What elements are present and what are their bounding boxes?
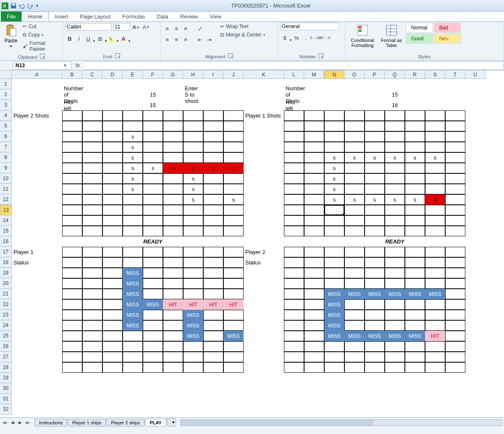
align-bottom-button[interactable]: ≡	[181, 24, 190, 33]
cell-S27[interactable]	[425, 352, 445, 362]
cell-A4[interactable]: Player 2 Shots	[12, 110, 62, 121]
cell-I11[interactable]	[203, 184, 223, 194]
conditional-formatting-button[interactable]: Conditional Formatting	[348, 23, 377, 49]
cell-H25[interactable]: MISS	[183, 331, 203, 341]
cell-O23[interactable]	[344, 310, 365, 320]
fx-icon[interactable]: fx	[71, 62, 84, 68]
row-header-26[interactable]: 26	[0, 341, 12, 352]
cell-N27[interactable]	[324, 352, 344, 362]
cell-B5[interactable]	[62, 121, 82, 131]
cell-N22[interactable]: MISS	[324, 299, 344, 310]
cell-S15[interactable]	[425, 226, 445, 236]
row-header-11[interactable]: 11	[0, 184, 12, 194]
cell-P6[interactable]	[365, 131, 385, 142]
cell-C8[interactable]	[82, 152, 102, 163]
cell-G12[interactable]	[163, 194, 183, 205]
cell-O26[interactable]	[344, 341, 365, 352]
cell-M13[interactable]	[304, 205, 324, 215]
cell-C21[interactable]	[82, 289, 102, 299]
cell-N12[interactable]: s	[324, 194, 344, 205]
cell-B11[interactable]	[62, 184, 82, 194]
chevron-down-icon[interactable]: ▼	[62, 63, 68, 68]
cell-P19[interactable]	[365, 268, 385, 278]
cell-P13[interactable]	[365, 205, 385, 215]
cell-R13[interactable]	[405, 205, 425, 215]
cell-B3[interactable]: Hits left	[62, 100, 82, 110]
cell-B10[interactable]	[62, 173, 82, 184]
cell-L11[interactable]	[284, 184, 304, 194]
cell-C6[interactable]	[82, 131, 102, 142]
cell-H11[interactable]: s	[183, 184, 203, 194]
cell-C25[interactable]	[82, 331, 102, 341]
cell-O4[interactable]	[344, 110, 365, 121]
cell-L19[interactable]	[284, 268, 304, 278]
col-header-M[interactable]: M	[304, 71, 324, 79]
new-sheet-button[interactable]: ✦	[167, 418, 176, 426]
cell-O20[interactable]	[344, 278, 365, 289]
cell-L28[interactable]	[284, 362, 304, 373]
format-painter-button[interactable]: 🖌 Format Painter	[21, 39, 60, 53]
cell-H14[interactable]	[183, 215, 203, 226]
italic-button[interactable]: I	[75, 34, 83, 43]
cell-P27[interactable]	[365, 352, 385, 362]
cell-R7[interactable]	[405, 142, 425, 152]
cell-H7[interactable]	[183, 142, 203, 152]
cell-Q28[interactable]	[385, 362, 405, 373]
col-header-R[interactable]: R	[405, 71, 425, 79]
font-color-button[interactable]: A	[119, 34, 128, 43]
cell-N26[interactable]	[324, 341, 344, 352]
cell-G14[interactable]	[163, 215, 183, 226]
cell-N20[interactable]	[324, 278, 344, 289]
cell-L20[interactable]	[284, 278, 304, 289]
cell-E5[interactable]	[123, 121, 143, 131]
cell-F8[interactable]	[143, 152, 163, 163]
row-header-7[interactable]: 7	[0, 142, 12, 152]
borders-button[interactable]: ⊞	[96, 34, 104, 43]
row-header-25[interactable]: 25	[0, 331, 12, 341]
cell-I24[interactable]	[203, 320, 223, 331]
font-launcher[interactable]	[115, 53, 120, 58]
cell-G6[interactable]	[163, 131, 183, 142]
cell-Q9[interactable]	[385, 163, 405, 173]
cell-Q4[interactable]	[385, 110, 405, 121]
cell-B12[interactable]	[62, 194, 82, 205]
cell-F2[interactable]: 15	[143, 89, 163, 100]
cell-E17[interactable]	[123, 247, 143, 257]
style-normal[interactable]: Normal	[406, 23, 433, 33]
cell-E18[interactable]	[123, 257, 143, 268]
cell-T24[interactable]	[445, 320, 465, 331]
cell-M26[interactable]	[304, 341, 324, 352]
cell-F4[interactable]	[143, 110, 163, 121]
cell-R20[interactable]	[405, 278, 425, 289]
cell-J21[interactable]	[223, 289, 244, 299]
cell-H15[interactable]	[183, 226, 203, 236]
cell-C9[interactable]	[82, 163, 102, 173]
cell-T27[interactable]	[445, 352, 465, 362]
cell-S8[interactable]: s	[425, 152, 445, 163]
cell-D26[interactable]	[102, 341, 123, 352]
cell-T13[interactable]	[445, 205, 465, 215]
cell-S24[interactable]	[425, 320, 445, 331]
tab-formulas[interactable]: Formulas	[116, 11, 151, 21]
cell-M21[interactable]	[304, 289, 324, 299]
cell-G17[interactable]	[163, 247, 183, 257]
row-header-4[interactable]: 4	[0, 110, 12, 121]
cell-L3[interactable]: Hits left	[284, 100, 304, 110]
file-tab[interactable]: File	[1, 11, 21, 21]
undo-icon[interactable]	[18, 3, 25, 9]
cell-J24[interactable]	[223, 320, 244, 331]
cell-P24[interactable]	[365, 320, 385, 331]
cell-J5[interactable]	[223, 121, 244, 131]
wrap-text-button[interactable]: ↩ Wrap Text	[218, 23, 267, 30]
cell-J6[interactable]	[223, 131, 244, 142]
cell-L18[interactable]	[284, 257, 304, 268]
cell-E16[interactable]: READY	[123, 236, 183, 247]
cell-C17[interactable]	[82, 247, 102, 257]
cell-P11[interactable]	[365, 184, 385, 194]
row-header-19[interactable]: 19	[0, 268, 12, 278]
cell-L22[interactable]	[284, 299, 304, 310]
cell-F10[interactable]	[143, 173, 163, 184]
cell-P15[interactable]	[365, 226, 385, 236]
name-box[interactable]: N13 ▼	[13, 61, 71, 70]
orientation-button[interactable]: ⤢	[196, 24, 204, 33]
